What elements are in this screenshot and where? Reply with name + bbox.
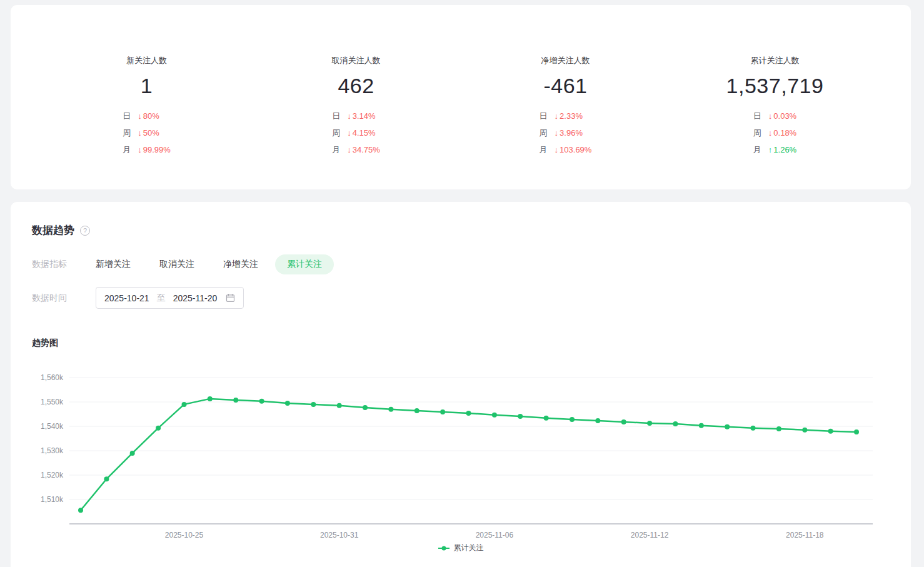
trend-arrow-icon: ↑ bbox=[768, 145, 773, 154]
trend-value: ↓103.69% bbox=[555, 146, 592, 154]
time-filter-row: 数据时间 2025-10-21 至 2025-11-20 bbox=[32, 287, 890, 309]
trend-percent: 80% bbox=[143, 111, 159, 121]
svg-text:2025-11-12: 2025-11-12 bbox=[631, 531, 669, 539]
stat-title: 取消关注人数 bbox=[251, 55, 461, 66]
svg-text:1,520k: 1,520k bbox=[41, 471, 64, 479]
stat-trend-rows: 日 ↓3.14% 周 ↓4.15% 月 ↓34.75% bbox=[332, 112, 380, 154]
stat-title: 净增关注人数 bbox=[461, 55, 670, 66]
trend-arrow-icon: ↓ bbox=[138, 128, 142, 138]
stat-trend-row: 月 ↓99.99% bbox=[123, 146, 171, 154]
trend-value: ↓99.99% bbox=[138, 146, 171, 154]
stat-card-net-followers: 净增关注人数 -461 日 ↓2.33% 周 ↓3.96% 月 ↓103.69% bbox=[461, 55, 670, 189]
stat-trend-row: 月 ↑1.26% bbox=[753, 146, 796, 154]
trend-chart-area: 1,510k1,520k1,530k1,540k1,550k1,560k2025… bbox=[32, 353, 890, 543]
tab-unfollow[interactable]: 取消关注 bbox=[148, 254, 206, 274]
stat-title: 新关注人数 bbox=[42, 55, 251, 66]
svg-text:1,510k: 1,510k bbox=[41, 495, 64, 504]
stat-trend-row: 日 ↓2.33% bbox=[540, 112, 592, 121]
trend-percent: 99.99% bbox=[143, 145, 171, 154]
trend-arrow-icon: ↓ bbox=[138, 145, 142, 154]
stat-trend-row: 日 ↓3.14% bbox=[332, 112, 380, 121]
stat-trend-row: 日 ↓0.03% bbox=[753, 112, 796, 121]
svg-text:1,540k: 1,540k bbox=[41, 422, 64, 431]
stat-value: 462 bbox=[251, 74, 461, 98]
chart-title: 趋势图 bbox=[32, 338, 890, 349]
period-label: 日 bbox=[123, 112, 131, 121]
trend-value: ↓50% bbox=[138, 129, 159, 138]
legend-line-dot-icon bbox=[438, 546, 449, 551]
stat-trend-row: 周 ↓0.18% bbox=[753, 129, 796, 138]
period-label: 周 bbox=[332, 129, 340, 138]
stat-trend-row: 周 ↓3.96% bbox=[540, 129, 592, 138]
chart-legend-item[interactable]: 累计关注 bbox=[32, 543, 890, 553]
trend-percent: 2.33% bbox=[560, 111, 583, 121]
stat-trend-rows: 日 ↓0.03% 周 ↓0.18% 月 ↑1.26% bbox=[753, 112, 796, 154]
period-label: 日 bbox=[540, 112, 548, 121]
period-label: 月 bbox=[123, 146, 131, 154]
trend-value: ↓3.14% bbox=[347, 112, 375, 121]
section-header: 数据趋势 ? bbox=[32, 223, 890, 238]
svg-text:1,560k: 1,560k bbox=[41, 373, 64, 382]
calendar-icon[interactable] bbox=[226, 293, 235, 303]
period-label: 月 bbox=[540, 146, 548, 154]
svg-text:2025-11-18: 2025-11-18 bbox=[786, 531, 824, 539]
stat-trend-rows: 日 ↓80% 周 ↓50% 月 ↓99.99% bbox=[123, 112, 171, 154]
legend-label: 累计关注 bbox=[454, 543, 484, 553]
stat-card-new-followers: 新关注人数 1 日 ↓80% 周 ↓50% 月 ↓99.99% bbox=[42, 55, 251, 189]
trend-arrow-icon: ↓ bbox=[347, 145, 351, 154]
trend-value: ↓80% bbox=[138, 112, 159, 121]
stat-trend-row: 周 ↓50% bbox=[123, 129, 171, 138]
trend-arrow-icon: ↓ bbox=[768, 128, 773, 138]
stat-value: 1,537,719 bbox=[670, 74, 880, 98]
stat-trend-row: 日 ↓80% bbox=[123, 112, 171, 121]
date-range-picker[interactable]: 2025-10-21 至 2025-11-20 bbox=[96, 287, 244, 309]
trend-percent: 103.69% bbox=[560, 145, 591, 154]
trend-value: ↓34.75% bbox=[347, 146, 380, 154]
trend-value: ↑1.26% bbox=[768, 146, 796, 154]
trend-value: ↓3.96% bbox=[555, 129, 583, 138]
tab-net-follow[interactable]: 净增关注 bbox=[211, 254, 270, 274]
trend-arrow-icon: ↓ bbox=[555, 111, 559, 121]
date-start[interactable]: 2025-10-21 bbox=[104, 293, 149, 303]
period-label: 月 bbox=[753, 146, 761, 154]
follower-stats-card: 新关注人数 1 日 ↓80% 周 ↓50% 月 ↓99.99% 取消关注人数 4… bbox=[11, 5, 911, 189]
stat-trend-row: 月 ↓103.69% bbox=[540, 146, 592, 154]
date-end[interactable]: 2025-11-20 bbox=[173, 293, 218, 303]
trend-arrow-icon: ↓ bbox=[555, 128, 559, 138]
help-icon[interactable]: ? bbox=[80, 226, 90, 236]
period-label: 日 bbox=[753, 112, 761, 121]
trend-arrow-icon: ↓ bbox=[347, 111, 351, 121]
section-title: 数据趋势 bbox=[32, 223, 74, 238]
stat-value: 1 bbox=[42, 74, 251, 98]
period-label: 周 bbox=[123, 129, 131, 138]
svg-text:2025-10-25: 2025-10-25 bbox=[165, 531, 204, 539]
trend-arrow-icon: ↓ bbox=[768, 111, 773, 121]
trend-value: ↓4.15% bbox=[347, 129, 375, 138]
svg-text:1,530k: 1,530k bbox=[41, 446, 64, 455]
stat-trend-row: 月 ↓34.75% bbox=[332, 146, 380, 154]
trend-value: ↓2.33% bbox=[555, 112, 583, 121]
trend-arrow-icon: ↓ bbox=[347, 128, 351, 138]
period-label: 日 bbox=[332, 112, 340, 121]
svg-text:1,550k: 1,550k bbox=[41, 398, 64, 406]
stat-trend-rows: 日 ↓2.33% 周 ↓3.96% 月 ↓103.69% bbox=[540, 112, 592, 154]
trend-percent: 50% bbox=[143, 128, 159, 138]
time-filter-label: 数据时间 bbox=[32, 293, 96, 304]
trend-percent: 0.18% bbox=[773, 128, 796, 138]
trend-percent: 3.14% bbox=[353, 111, 376, 121]
stat-card-total-followers: 累计关注人数 1,537,719 日 ↓0.03% 周 ↓0.18% 月 ↑1.… bbox=[670, 55, 880, 189]
trend-chart: 1,510k1,520k1,530k1,540k1,550k1,560k2025… bbox=[32, 353, 885, 540]
trend-percent: 3.96% bbox=[560, 128, 583, 138]
trend-arrow-icon: ↓ bbox=[138, 111, 142, 121]
stat-value: -461 bbox=[461, 74, 670, 98]
stat-card-unfollowers: 取消关注人数 462 日 ↓3.14% 周 ↓4.15% 月 ↓34.75% bbox=[251, 55, 461, 189]
tab-new-follow[interactable]: 新增关注 bbox=[84, 254, 143, 274]
period-label: 月 bbox=[332, 146, 340, 154]
trend-percent: 34.75% bbox=[353, 145, 380, 154]
trend-percent: 1.26% bbox=[773, 145, 796, 154]
trend-value: ↓0.03% bbox=[768, 112, 796, 121]
stat-trend-row: 周 ↓4.15% bbox=[332, 129, 380, 138]
tab-cumulative-follow[interactable]: 累计关注 bbox=[275, 254, 334, 274]
metric-tabs: 新增关注 取消关注 净增关注 累计关注 bbox=[84, 254, 334, 274]
data-trends-card: 数据趋势 ? 数据指标 新增关注 取消关注 净增关注 累计关注 数据时间 202… bbox=[11, 202, 911, 567]
